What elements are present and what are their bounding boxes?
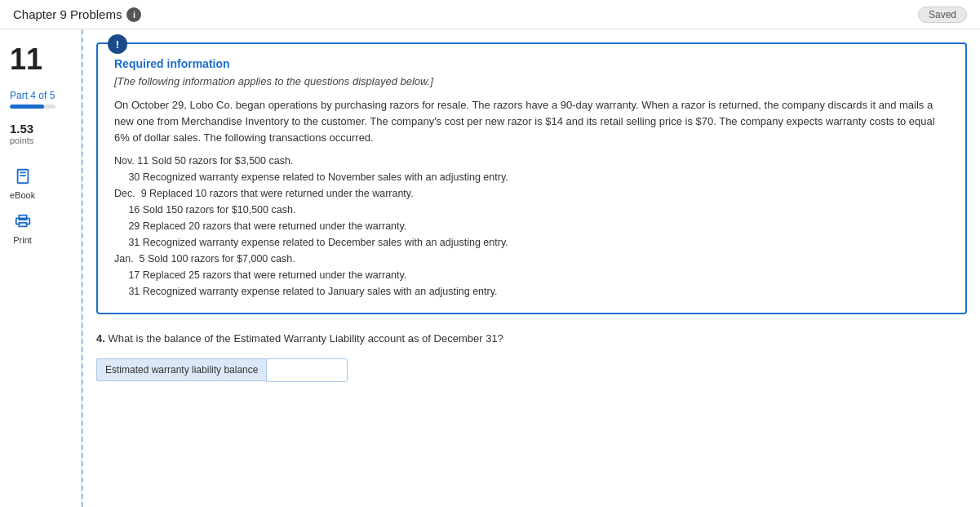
book-icon xyxy=(11,165,34,188)
info-box-paragraph: On October 29, Lobo Co. began operations… xyxy=(114,99,935,144)
info-icon[interactable]: i xyxy=(126,7,141,22)
answer-row: Estimated warranty liability balance xyxy=(96,358,967,382)
print-label: Print xyxy=(13,235,32,245)
problem-number: 11 xyxy=(10,42,42,77)
print-icon xyxy=(11,210,34,233)
points-value: 1.53 xyxy=(10,122,33,136)
question-text: What is the balance of the Estimated War… xyxy=(108,332,503,345)
part-label: Part 4 of 5 xyxy=(10,90,55,101)
header-left: Chapter 9 Problems i xyxy=(13,7,141,22)
sidebar-tools: eBook Print xyxy=(10,165,35,245)
points-label: points xyxy=(10,136,33,145)
info-box-title: Required information xyxy=(114,57,949,70)
answer-label: Estimated warranty liability balance xyxy=(96,358,266,381)
info-box: ! Required information [The following in… xyxy=(96,42,967,314)
page-title: Chapter 9 Problems xyxy=(13,7,122,21)
print-tool[interactable]: Print xyxy=(10,210,35,245)
left-sidebar: 11 Part 4 of 5 1.53 points eBook xyxy=(0,29,82,507)
ebook-label: eBook xyxy=(10,190,35,200)
header: Chapter 9 Problems i Saved xyxy=(0,0,980,29)
ebook-tool[interactable]: eBook xyxy=(10,165,35,200)
part-section: Part 4 of 5 xyxy=(10,90,55,109)
question-section: 4. What is the balance of the Estimated … xyxy=(96,331,967,347)
progress-bar xyxy=(10,105,55,109)
main-layout: 11 Part 4 of 5 1.53 points eBook xyxy=(0,29,980,507)
progress-bar-fill xyxy=(10,105,44,109)
question-number: 4. xyxy=(96,332,105,345)
content-area: ! Required information [The following in… xyxy=(82,29,980,507)
info-box-body: On October 29, Lobo Co. began operations… xyxy=(114,97,949,300)
required-icon: ! xyxy=(108,34,127,54)
answer-input[interactable] xyxy=(266,358,348,382)
saved-badge: Saved xyxy=(918,7,967,23)
info-box-subtitle: [The following information applies to th… xyxy=(114,75,949,87)
points-section: 1.53 points xyxy=(10,122,33,145)
info-box-transactions: Nov. 11 Sold 50 razors for $3,500 cash. … xyxy=(114,153,949,300)
